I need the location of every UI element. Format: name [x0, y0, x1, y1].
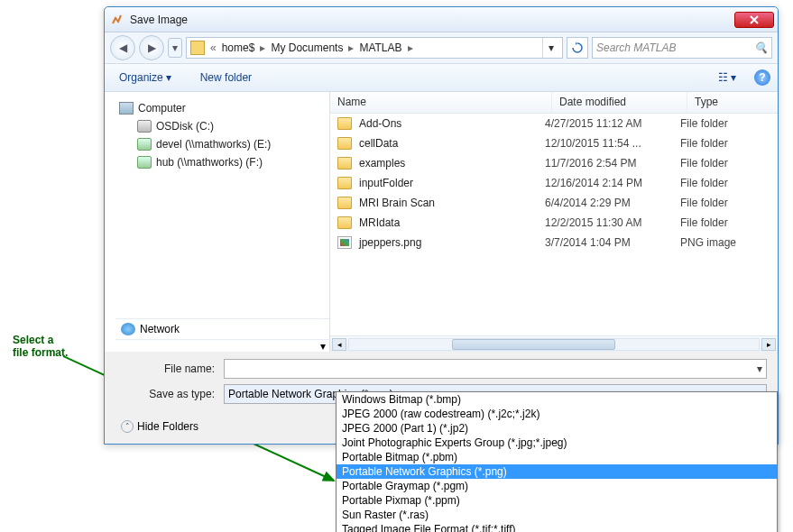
- scroll-left-icon[interactable]: ◂: [332, 338, 346, 351]
- column-name[interactable]: Name: [330, 92, 552, 113]
- dropdown-option[interactable]: JPEG 2000 (Part 1) (*.jp2): [337, 421, 777, 436]
- network-drive-icon: [137, 138, 152, 151]
- chevron-down-icon[interactable]: ▾: [757, 362, 762, 375]
- annotation-line2: file format.: [13, 346, 68, 359]
- file-row[interactable]: Add-Ons4/27/2015 11:12 AMFile folder: [330, 114, 778, 133]
- file-name: MRI Brain Scan: [359, 197, 545, 209]
- file-date: 4/27/2015 11:12 AM: [545, 117, 680, 130]
- file-date: 12/16/2014 2:14 PM: [545, 177, 680, 189]
- breadcrumb-seg[interactable]: My Documents: [267, 41, 346, 54]
- chevron-up-icon: ˄: [121, 420, 134, 433]
- file-row[interactable]: jpeppers.png3/7/2014 1:04 PMPNG image: [330, 233, 778, 252]
- file-row[interactable]: MRI Brain Scan6/4/2014 2:29 PMFile folde…: [330, 193, 778, 213]
- filename-label: File name:: [115, 362, 224, 375]
- folder-icon: [337, 117, 352, 130]
- filename-input[interactable]: ▾: [224, 359, 767, 379]
- new-folder-button[interactable]: New folder: [193, 69, 259, 87]
- chevron-right-icon: ▸: [346, 41, 355, 54]
- horizontal-scrollbar[interactable]: ◂ ▸: [330, 335, 778, 352]
- file-row[interactable]: cellData12/10/2015 11:54 ...File folder: [330, 133, 778, 153]
- dropdown-option[interactable]: Portable Bitmap (*.pbm): [337, 450, 777, 464]
- breadcrumb-seg[interactable]: home$: [218, 41, 259, 54]
- titlebar[interactable]: Save Image: [105, 7, 778, 32]
- file-name: jpeppers.png: [359, 236, 545, 249]
- folder-icon: [337, 216, 352, 229]
- tree-drive[interactable]: hub (\\mathworks) (F:): [115, 153, 329, 171]
- file-name: inputFolder: [359, 177, 545, 189]
- refresh-button[interactable]: [567, 37, 588, 59]
- dropdown-option[interactable]: Joint Photographic Experts Group (*.jpg;…: [337, 436, 777, 450]
- file-name: cellData: [359, 137, 545, 150]
- toolbar: Organize ▾ New folder ☷ ▾ ?: [105, 63, 778, 92]
- view-options-button[interactable]: ☷ ▾: [715, 68, 740, 87]
- file-type: File folder: [680, 117, 770, 130]
- chevron-down-icon: ▾: [166, 71, 171, 84]
- folder-icon: [337, 177, 352, 189]
- folder-icon: [337, 157, 352, 170]
- organize-button[interactable]: Organize ▾: [112, 69, 179, 87]
- file-type: File folder: [680, 216, 770, 229]
- dropdown-option[interactable]: Portable Pixmap (*.ppm): [337, 493, 777, 508]
- dropdown-option[interactable]: Windows Bitmap (*.bmp): [337, 392, 777, 407]
- close-button[interactable]: [734, 12, 774, 28]
- file-row[interactable]: examples11/7/2016 2:54 PMFile folder: [330, 153, 778, 173]
- file-type: File folder: [680, 177, 770, 189]
- scroll-right-icon[interactable]: ▸: [761, 338, 776, 351]
- tree-collapse[interactable]: ▾: [115, 339, 329, 352]
- breadcrumb-dropdown[interactable]: ▾: [542, 38, 558, 58]
- chevron-right-icon: ▸: [258, 41, 267, 54]
- file-name: examples: [359, 157, 545, 170]
- file-date: 3/7/2014 1:04 PM: [545, 236, 680, 249]
- file-date: 11/7/2016 2:54 PM: [545, 157, 680, 170]
- scroll-thumb[interactable]: [452, 339, 616, 350]
- file-type: File folder: [680, 157, 770, 170]
- network-icon: [121, 323, 135, 335]
- file-type: PNG image: [680, 236, 770, 249]
- search-input[interactable]: Search MATLAB 🔍: [592, 37, 772, 59]
- file-date: 12/2/2015 11:30 AM: [545, 216, 680, 229]
- dropdown-option[interactable]: Sun Raster (*.ras): [337, 508, 777, 522]
- nav-tree: Computer OSDisk (C:) devel (\\mathworks)…: [105, 92, 330, 352]
- file-type: File folder: [680, 197, 770, 209]
- tree-drive[interactable]: OSDisk (C:): [115, 117, 329, 135]
- search-icon: 🔍: [754, 41, 768, 54]
- computer-icon: [119, 102, 134, 115]
- tree-network[interactable]: Network: [115, 318, 329, 339]
- file-row[interactable]: inputFolder12/16/2014 2:14 PMFile folder: [330, 173, 778, 193]
- window-title: Save Image: [130, 14, 734, 26]
- dropdown-option[interactable]: Portable Graymap (*.pgm): [337, 479, 777, 493]
- nav-row: ◀ ▶ ▾ « home$ ▸ My Documents ▸ MATLAB ▸ …: [105, 32, 778, 63]
- dropdown-option[interactable]: Tagged Image File Format (*.tif;*.tiff): [337, 522, 777, 532]
- back-button[interactable]: ◀: [110, 35, 135, 60]
- column-type[interactable]: Type: [687, 92, 778, 113]
- file-name: MRIdata: [359, 216, 545, 229]
- chevron-right-icon: ▸: [406, 41, 415, 54]
- dropdown-option[interactable]: JPEG 2000 (raw codestream) (*.j2c;*.j2k): [337, 407, 777, 421]
- annotation-label: Select a file format.: [13, 334, 68, 360]
- file-date: 6/4/2014 2:29 PM: [545, 197, 680, 209]
- scroll-track[interactable]: [348, 338, 760, 351]
- folder-icon: [337, 197, 352, 209]
- tree-drive[interactable]: devel (\\mathworks) (E:): [115, 135, 329, 153]
- help-button[interactable]: ?: [754, 69, 770, 86]
- column-date[interactable]: Date modified: [552, 92, 687, 113]
- saveastype-dropdown-list[interactable]: Windows Bitmap (*.bmp)JPEG 2000 (raw cod…: [336, 391, 778, 532]
- saveastype-label: Save as type:: [115, 388, 224, 400]
- history-dropdown[interactable]: ▾: [168, 38, 182, 58]
- file-list: Name Date modified Type Add-Ons4/27/2015…: [330, 92, 778, 352]
- forward-button[interactable]: ▶: [139, 35, 164, 60]
- search-placeholder: Search MATLAB: [596, 41, 754, 54]
- disk-icon: [137, 120, 152, 133]
- folder-icon: [190, 41, 205, 55]
- breadcrumb-seg[interactable]: MATLAB: [355, 41, 405, 54]
- tree-computer[interactable]: Computer: [115, 99, 329, 117]
- dropdown-option[interactable]: Portable Network Graphics (*.png): [337, 464, 777, 479]
- file-row[interactable]: MRIdata12/2/2015 11:30 AMFile folder: [330, 213, 778, 233]
- annotation-line1: Select a: [13, 334, 68, 346]
- folder-icon: [337, 137, 352, 150]
- breadcrumb[interactable]: « home$ ▸ My Documents ▸ MATLAB ▸ ▾: [186, 37, 563, 59]
- list-header: Name Date modified Type: [330, 92, 778, 114]
- network-drive-icon: [137, 156, 152, 169]
- file-name: Add-Ons: [359, 117, 545, 130]
- image-file-icon: [337, 236, 352, 249]
